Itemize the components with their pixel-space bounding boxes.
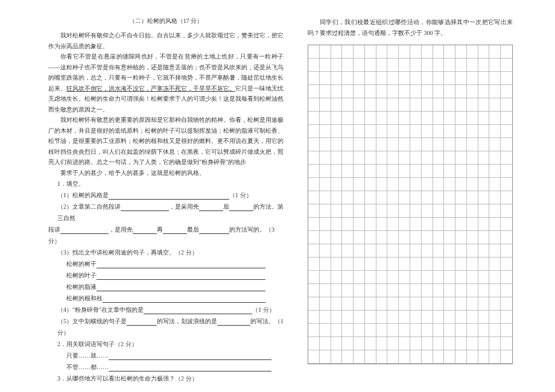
blank-field[interactable] (144, 307, 252, 314)
q1-1-score: （1 分） (229, 192, 252, 198)
q1-5a: （5）文中划横线的句子是 (57, 318, 127, 324)
blank-field[interactable] (97, 284, 265, 291)
q1-3d-label: 松树的根和枝 (66, 295, 103, 302)
q1-2b: ，是采用先 (169, 203, 199, 210)
q1-2e: 段讲 (48, 226, 60, 233)
writing-column: 同学们，我们校最近组织过哪些活动，你能够选择其中一次把它写出来吗？要求过程清楚，… (308, 17, 513, 380)
q2: 2．用关联词语写句子（2 分） (57, 338, 284, 350)
blank-field[interactable] (121, 204, 169, 211)
q1-3b: 松树的叶子 (66, 270, 284, 281)
blank-field[interactable] (229, 204, 253, 211)
blank-field[interactable] (109, 364, 271, 371)
q1-2c: 后 (223, 203, 229, 210)
underlined-text: 狂风吹不倒它，洪水淹不没它，严寒冻不死它，干旱旱不坏它。 (66, 85, 235, 92)
composition-grid[interactable] (308, 45, 513, 364)
q2b: 不管……都…… (66, 361, 284, 373)
blank-field[interactable] (163, 227, 187, 234)
blank-field[interactable] (103, 296, 265, 303)
blank-field[interactable] (60, 227, 109, 234)
answer-line[interactable] (60, 384, 284, 392)
paragraph-4: 要求于人的甚少，给予人的甚多，这就是松树的风格。 (48, 168, 284, 179)
blank-field[interactable] (127, 318, 157, 326)
q2a-label: 只要……就…… (66, 352, 109, 359)
q1-2-line2: 段讲，是用先再最后的方法写的。（3 分） (48, 224, 284, 247)
blank-field[interactable] (97, 273, 265, 280)
paragraph-3: 我对松树怀有敬意的更重要的原因却是它那种自我牺牲的精神。你看，松树是用途极广的木… (48, 115, 284, 168)
q1-heading: 1．填空。 (57, 178, 284, 189)
q1-3a-label: 松树的树干 (66, 261, 97, 267)
blank-field[interactable] (109, 353, 271, 360)
q1-3a: 松树的树干 (66, 258, 284, 270)
blank-field[interactable] (199, 204, 223, 211)
paragraph-1: 我对松树怀有敬仰之心不自今日始。自古以来，多少人就歌颂过它，赞美过它，把它作为崇… (48, 30, 284, 51)
q1-1: （1）松树的风格是（1 分） (57, 189, 284, 201)
q1-1-label: （1）松树的风格是 (57, 192, 109, 198)
q1-2g: 再 (157, 226, 163, 233)
q1-5b: 的写法，划波浪线的是 (157, 318, 217, 324)
q1-3c-label: 松树的脂液 (66, 283, 97, 290)
writing-prompt: 同学们，我们校最近组织过哪些活动，你能够选择其中一次把它写出来吗？要求过程清楚，… (308, 17, 513, 39)
q3: 3．从哪些地方可以看出松树的生命力极强？（2 分） (57, 373, 284, 384)
q1-5: （5）文中划横线的句子是的写法，划波浪线的是的写法。（1 分） (57, 315, 284, 338)
q2b-label: 不管……都…… (66, 364, 109, 370)
q1-2a: （2）文章第二自然段讲 (57, 203, 121, 210)
q1-4-score: （1 分） (252, 306, 275, 313)
q1-2f: ，是用先 (109, 226, 133, 233)
blank-field[interactable] (109, 192, 229, 200)
q1-3b-label: 松树的叶子 (66, 272, 97, 279)
blank-field[interactable] (133, 227, 157, 234)
q1-4-label: （4）"粉身碎骨"在文章中指的是 (57, 306, 144, 313)
q1-4: （4）"粉身碎骨"在文章中指的是（1 分） (57, 304, 284, 315)
blank-field[interactable] (199, 227, 229, 234)
blank-field[interactable] (97, 261, 265, 268)
q1-2h: 最后 (187, 226, 199, 233)
passage-title: （二）松树的风格（17 分） (48, 17, 284, 25)
paragraph-2: 你看它不管是在悬崖的缝隙间也好，不管是在贫瘠的土地上也好，只要有一粒种子——这粒… (48, 51, 284, 115)
q1-3d: 松树的根和枝 (66, 292, 284, 304)
q2a: 只要……就…… (66, 350, 284, 361)
q1-3c: 松树的脂液 (66, 281, 284, 292)
blank-field[interactable] (217, 318, 250, 326)
q1-2-line1: （2）文章第二自然段讲，是采用先后的方法。第三自然 (57, 201, 284, 224)
q1-3: （3）找出文中讲松树用途的句子，再填空。（2 分） (57, 247, 284, 258)
reading-column: （二）松树的风格（17 分） 我对松树怀有敬仰之心不自今日始。自古以来，多少人就… (48, 17, 284, 380)
